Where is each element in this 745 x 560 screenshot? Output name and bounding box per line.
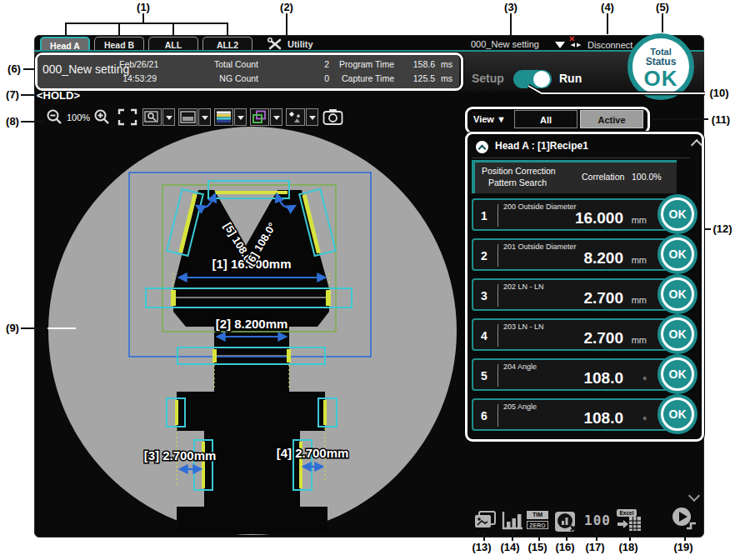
brightness-view-dropdown[interactable] [198,108,211,126]
callout-line [21,121,44,122]
program-time-value: 158.6 [398,59,435,69]
callout-line [286,13,288,38]
info-program-name: 000_New setting [42,62,129,76]
capture-time-value: 125.5 [398,73,435,83]
callout-line-white [48,328,76,329]
callout-line [704,228,711,230]
ng-count-label: NG Count [200,73,258,83]
program-time-unit: ms [441,59,452,69]
row-label: 203 LN - LN [503,322,544,331]
hold-indicator: <HOLD> [37,89,80,102]
tim-label: TIM [527,511,548,519]
run-trigger-icon[interactable] [672,507,698,535]
result-row-4[interactable]: 4 203 LN - LN 2.700 mm OK [472,318,688,351]
zoom-region-button[interactable] [142,108,162,126]
status-badge: OK [661,238,694,271]
dim-label-2: [2] 8.200mm [216,317,288,331]
callout-line [65,22,67,37]
row-unit: mm [632,215,647,225]
utility-label[interactable]: Utility [288,39,313,49]
callout-line [23,68,35,70]
marker-display-dropdown[interactable] [306,108,318,126]
callout-line [510,13,512,37]
view-all-button[interactable]: All [514,110,578,128]
camera-image-canvas[interactable]: [1] 16.000mm [2] 8.200mm [3] 2.700mm [4]… [34,125,468,537]
callout-line [118,22,120,37]
callout-line [566,533,568,541]
disconnect-label[interactable]: Disconnect [588,40,632,50]
callout-line [629,533,631,541]
info-date: Feb/26/21 [119,59,157,69]
excel-output-icon[interactable]: Excel [617,509,642,536]
statistics-chart-icon[interactable] [501,510,524,535]
result-row-5[interactable]: 5 204 Angle 108.0 ° OK [472,358,688,391]
callout-10: (10) [706,87,732,99]
row-label: 205 Angle [503,402,537,411]
program-selector[interactable]: 000_New setting [471,39,539,49]
callout-line [607,13,608,34]
callout-line [227,22,228,37]
callout-2: (2) [273,1,300,13]
statistics-reset-icon[interactable] [554,511,578,536]
overlay-display-dropdown[interactable] [270,108,282,126]
position-correction-line2: Pattern Search [488,178,547,188]
run-info-bar: 000_New setting Feb/26/21 14:53:29 Total… [38,55,459,88]
row-unit: ° [643,375,647,385]
color-scale-dropdown[interactable] [234,108,247,126]
marker-display-button[interactable] [286,108,305,126]
callout-5: (5) [649,1,676,13]
callout-17: (17) [582,541,608,553]
correlation-label: Correlation [582,172,624,182]
status-badge: OK [661,278,694,311]
setup-label: Setup [472,72,504,85]
zero-label: ZERO [527,521,548,529]
saved-images-icon[interactable] [472,510,497,535]
view-dropdown[interactable]: View ▼ [473,114,506,124]
row-label: 204 Angle [503,362,537,371]
correlation-value: 100.0% [632,172,662,182]
total-count-label: Total Count [200,59,258,69]
row-value: 2.700 [583,289,623,308]
counter-display-icon[interactable]: 100 [584,512,611,528]
result-row-3[interactable]: 3 202 LN - LN 2.700 mm OK [472,278,688,311]
callout-15: (15) [524,541,551,553]
row-unit: mm [632,295,647,305]
callout-line [512,533,513,541]
callout-bracket [65,22,228,24]
row-value: 16.000 [575,209,623,228]
callout-11: (11) [708,113,734,126]
callout-1: (1) [130,1,157,13]
brightness-view-button[interactable] [178,108,198,126]
row-number: 4 [481,329,488,342]
callout-line [483,533,485,541]
program-dropdown-icon[interactable] [555,42,565,48]
row-number: 5 [481,369,488,382]
callout-line [172,22,174,37]
zoom-region-dropdown[interactable] [162,108,175,126]
callout-line [21,94,34,96]
view-active-button[interactable]: Active [580,110,643,128]
position-correction-card[interactable]: Position Correction Pattern Search Corre… [472,160,677,193]
status-badge: OK [661,398,694,431]
row-label: 201 Outside Diameter [503,242,577,251]
callout-12: (12) [709,222,736,235]
program-time-label: Program Time [336,59,394,69]
callout-18: (18) [615,541,642,553]
row-value: 2.700 [583,329,623,348]
result-row-6[interactable]: 6 205 Angle 108.0 ° OK [472,398,688,431]
status-badge: OK [661,198,694,231]
callout-14: (14) [497,541,523,553]
callout-13: (13) [468,541,495,553]
color-scale-button[interactable] [214,108,233,126]
row-unit: mm [632,335,647,345]
overlay-display-button[interactable] [250,108,269,126]
callout-line [684,533,686,541]
callout-line-10 [525,82,707,98]
result-row-2[interactable]: 2 201 Outside Diameter 8.200 mm OK [472,238,688,271]
row-unit: mm [632,255,647,265]
collapse-chevron-icon[interactable] [476,141,488,153]
result-row-1[interactable]: 1 200 Outside Diameter 16.000 mm OK [472,198,688,231]
time-zero-reset-icon[interactable]: TIM ZERO [527,511,548,529]
callout-line [596,533,598,541]
status-badge: OK [661,318,694,351]
